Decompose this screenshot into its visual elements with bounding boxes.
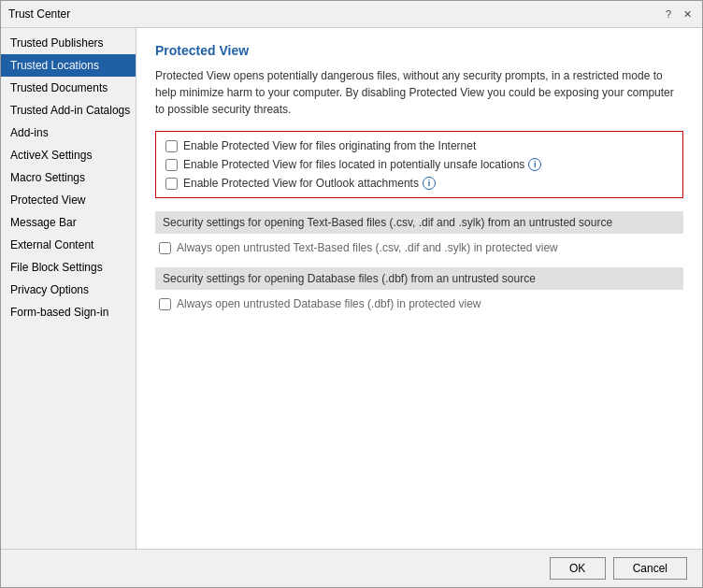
sidebar-item-macro-settings[interactable]: Macro Settings [1,166,136,189]
sidebar-item-add-ins[interactable]: Add-ins [1,122,136,144]
checkbox-internet[interactable] [165,140,178,152]
sidebar-item-trusted-add-in-catalogs[interactable]: Trusted Add-in Catalogs [1,99,136,122]
section-title: Protected View [155,43,683,58]
dialog-body: Trusted Publishers Trusted Locations Tru… [1,28,702,549]
checkbox-outlook[interactable] [165,178,178,190]
dialog-footer: OK Cancel [1,549,702,587]
info-icon-unsafe-locations[interactable]: i [528,158,541,171]
sidebar-item-message-bar[interactable]: Message Bar [1,211,136,234]
ok-button[interactable]: OK [550,557,606,580]
checkbox-item-internet: Enable Protected View for files originat… [165,139,673,152]
protected-view-checkboxes: Enable Protected View for files originat… [155,131,683,198]
text-section-header: Security settings for opening Text-Based… [155,211,683,234]
db-section-checkbox-row: Always open untrusted Database files (.d… [155,297,683,310]
db-section-header: Security settings for opening Database f… [155,267,683,290]
title-bar: Trust Center ? ✕ [1,1,702,28]
checkbox-database[interactable] [159,298,171,310]
main-panel: Protected View Protected View opens pote… [136,28,702,549]
checkbox-internet-label: Enable Protected View for files originat… [183,139,476,152]
checkbox-text-based[interactable] [159,242,171,254]
checkbox-unsafe-locations[interactable] [165,159,178,171]
sidebar-item-privacy-options[interactable]: Privacy Options [1,279,136,301]
sidebar-item-external-content[interactable]: External Content [1,234,136,256]
info-icon-outlook[interactable]: i [423,177,436,190]
sidebar-item-trusted-locations[interactable]: Trusted Locations [1,54,136,77]
text-section-checkbox-row: Always open untrusted Text-Based files (… [155,241,683,254]
sidebar-item-file-block-settings[interactable]: File Block Settings [1,256,136,279]
checkbox-item-outlook: Enable Protected View for Outlook attach… [165,177,673,190]
section-description: Protected View opens potentially dangero… [155,67,683,118]
sidebar-item-activex-settings[interactable]: ActiveX Settings [1,144,136,166]
sidebar-item-trusted-documents[interactable]: Trusted Documents [1,77,136,99]
checkbox-text-based-label: Always open untrusted Text-Based files (… [177,241,558,254]
close-button[interactable]: ✕ [680,7,695,22]
checkbox-item-unsafe-locations: Enable Protected View for files located … [165,158,673,171]
checkbox-outlook-label: Enable Protected View for Outlook attach… [183,177,419,190]
checkbox-database-label: Always open untrusted Database files (.d… [177,297,481,310]
help-button[interactable]: ? [661,7,676,22]
title-bar-controls: ? ✕ [661,7,695,22]
sidebar-item-trusted-publishers[interactable]: Trusted Publishers [1,32,136,54]
dialog-title: Trust Center [8,7,70,21]
sidebar: Trusted Publishers Trusted Locations Tru… [1,28,136,549]
checkbox-unsafe-locations-label: Enable Protected View for files located … [183,158,524,171]
trust-center-dialog: Trust Center ? ✕ Trusted Publishers Trus… [0,0,703,588]
sidebar-item-form-based-sign-in[interactable]: Form-based Sign-in [1,301,136,323]
sidebar-item-protected-view[interactable]: Protected View [1,189,136,211]
cancel-button[interactable]: Cancel [613,557,687,580]
